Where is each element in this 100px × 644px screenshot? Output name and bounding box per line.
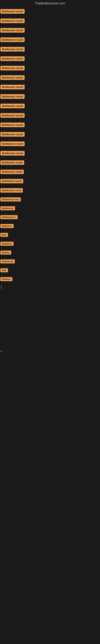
bottleneck-item-26[interactable]: Bottlenec	[0, 240, 100, 246]
bottleneck-item-18[interactable]: Bottleneck result	[0, 168, 100, 175]
bottleneck-badge: Bottleneck result	[0, 179, 23, 183]
bottleneck-badge: Bottlen	[0, 250, 11, 254]
bottleneck-item-19[interactable]: Bottleneck result	[0, 178, 100, 184]
bottleneck-item-12[interactable]: Bottleneck result	[0, 112, 100, 118]
bottleneck-item-4[interactable]: Bottleneck result	[0, 36, 100, 43]
bottleneck-badge: Bottleneck result	[0, 142, 25, 146]
bottleneck-badge: Bott	[0, 268, 8, 272]
bottleneck-badge: Bottleneck result	[0, 160, 24, 165]
bottleneck-items-container: Bottleneck resultBottleneck resultBottle…	[0, 7, 100, 353]
bottleneck-item-11[interactable]: Bottleneck result	[0, 102, 100, 109]
bottleneck-badge: Bottleneck result	[0, 38, 25, 42]
bottleneck-badge: Bottleneck	[0, 206, 15, 210]
site-title: TheBottlenecker.com	[0, 0, 100, 7]
bottleneck-item-16[interactable]: Bottleneck result	[0, 150, 100, 156]
bottleneck-item-10[interactable]: Bottleneck result	[0, 93, 100, 100]
bottleneck-badge: Bottleneck result	[0, 75, 25, 80]
bottleneck-item-5[interactable]: Bottleneck result	[0, 46, 100, 52]
bottleneck-badge: Bottleneck resu	[0, 198, 21, 202]
bottleneck-item-7[interactable]: Bottleneck result	[0, 64, 100, 71]
bottleneck-badge: Bottleneck result	[0, 188, 23, 192]
bottleneck-badge: Bottleneck result	[0, 151, 25, 156]
bottleneck-badge: Bottleneck result	[0, 18, 25, 23]
bottom-char: c	[1, 350, 2, 353]
bottleneck-item-8[interactable]: Bottleneck result	[0, 74, 100, 81]
bottleneck-item-24[interactable]: Bottlenec	[0, 223, 100, 229]
bottleneck-item-3[interactable]: Bottleneck result	[0, 27, 100, 34]
bottleneck-badge: Bottlenec	[0, 242, 14, 246]
bottleneck-item-15[interactable]: Bottleneck result	[0, 140, 100, 147]
bottleneck-badge: Bottleneck result	[0, 94, 25, 99]
bottleneck-badge: Bottleneck result	[0, 104, 25, 108]
bottleneck-badge: Bottleneck	[0, 260, 15, 264]
bottleneck-item-30[interactable]: Bottlene	[0, 276, 100, 282]
bottleneck-item-14[interactable]: Bottleneck result	[0, 131, 100, 138]
bottleneck-badge: Bottleneck result	[0, 47, 25, 52]
bottleneck-item-25[interactable]: Bott	[0, 232, 100, 238]
bottleneck-item-17[interactable]: Bottleneck result	[0, 159, 100, 166]
bottleneck-item-27[interactable]: Bottlen	[0, 249, 100, 256]
bottleneck-badge: Bottleneck result	[0, 28, 25, 32]
bottleneck-item-29[interactable]: Bott	[0, 267, 100, 273]
bottleneck-item-23[interactable]: Bottleneck re	[0, 214, 100, 220]
bottleneck-item-13[interactable]: Bottleneck result	[0, 121, 100, 128]
bottleneck-badge: Bottleneck result	[0, 170, 24, 174]
bottleneck-badge: Bottleneck result	[0, 9, 25, 14]
bottleneck-badge: Bottleneck result	[0, 132, 25, 137]
bottleneck-item-9[interactable]: Bottleneck result	[0, 84, 100, 90]
bottleneck-badge: Bottleneck result	[0, 113, 25, 118]
bottom-section: c	[0, 349, 100, 353]
bottleneck-item-20[interactable]: Bottleneck result	[0, 187, 100, 194]
cursor-indicator: |	[0, 285, 100, 289]
bottleneck-badge: Bottlenec	[0, 224, 14, 228]
bottleneck-badge: Bottleneck result	[0, 85, 25, 89]
bottleneck-badge: Bott	[0, 233, 8, 237]
bottleneck-badge: Bottleneck result	[0, 66, 25, 70]
bottleneck-badge: Bottleneck result	[0, 122, 25, 127]
bottleneck-badge: Bottleneck re	[0, 215, 18, 219]
bottleneck-item-22[interactable]: Bottleneck	[0, 205, 100, 211]
bottleneck-item-6[interactable]: Bottleneck result	[0, 55, 100, 62]
bottleneck-item-28[interactable]: Bottleneck	[0, 258, 100, 264]
bottleneck-badge: Bottleneck result	[0, 56, 25, 61]
bottleneck-item-1[interactable]: Bottleneck result	[0, 8, 100, 14]
site-title-bar: TheBottlenecker.com	[0, 0, 100, 7]
bottleneck-item-2[interactable]: Bottleneck result	[0, 17, 100, 24]
bottleneck-item-21[interactable]: Bottleneck resu	[0, 196, 100, 202]
bottleneck-badge: Bottlene	[0, 277, 12, 281]
